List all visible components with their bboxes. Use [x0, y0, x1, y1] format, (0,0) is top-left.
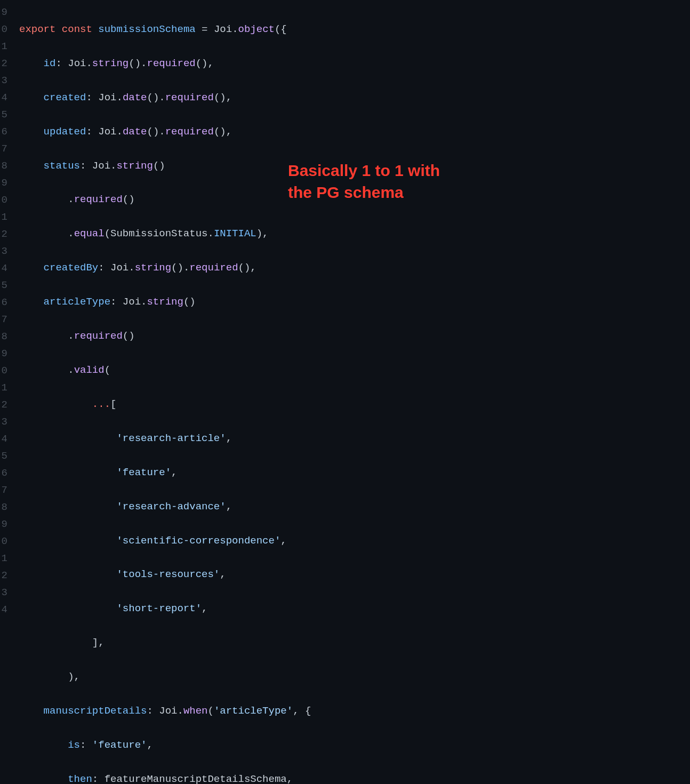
line-number: 9: [0, 346, 7, 363]
code-line[interactable]: ),: [19, 669, 493, 686]
code-line[interactable]: 'scientific-correspondence',: [19, 533, 493, 550]
line-number: 6: [0, 294, 7, 311]
line-number: 6: [0, 124, 7, 141]
code-line[interactable]: 'short-report',: [19, 601, 493, 618]
code-line[interactable]: then: featureManuscriptDetailsSchema,: [19, 771, 493, 784]
code-line[interactable]: .equal(SubmissionStatus.INITIAL),: [19, 226, 493, 243]
line-number: 3: [0, 243, 7, 260]
line-number: 8: [0, 158, 7, 175]
line-number: 5: [0, 107, 7, 124]
line-number: 9: [0, 175, 7, 192]
line-number: 7: [0, 482, 7, 499]
line-number: 2: [0, 567, 7, 585]
code-line[interactable]: articleType: Joi.string(): [19, 294, 493, 311]
code-editor[interactable]: 9 0 1 2 3 4 5 6 7 8 9 0 1 2 3 4 5 6 7 8 …: [0, 0, 690, 784]
line-number: 5: [0, 448, 7, 465]
code-line[interactable]: 'research-advance',: [19, 499, 493, 516]
line-number: 2: [0, 55, 7, 73]
line-number: 7: [0, 311, 7, 329]
line-number: 1: [0, 209, 7, 226]
code-line[interactable]: 'research-article',: [19, 430, 493, 447]
line-number: 9: [0, 516, 7, 533]
line-number-gutter: 9 0 1 2 3 4 5 6 7 8 9 0 1 2 3 4 5 6 7 8 …: [0, 4, 10, 784]
line-number: 6: [0, 465, 7, 482]
code-line[interactable]: 'tools-resources',: [19, 566, 493, 583]
code-line[interactable]: 'feature',: [19, 465, 493, 482]
line-number: 4: [0, 431, 7, 448]
line-number: 4: [0, 90, 7, 107]
annotation-text: Basically 1 to 1 with the PG schema: [288, 160, 440, 203]
line-number: 1: [0, 380, 7, 397]
line-number: 8: [0, 499, 7, 516]
line-number: 2: [0, 397, 7, 414]
line-number: 4: [0, 260, 7, 277]
line-number: 5: [0, 277, 7, 294]
line-number: 9: [0, 4, 7, 21]
code-line[interactable]: is: 'feature',: [19, 737, 493, 754]
line-number: 4: [0, 602, 7, 619]
line-number: 0: [0, 533, 7, 550]
code-line[interactable]: ],: [19, 635, 493, 652]
line-number: 8: [0, 329, 7, 346]
code-line[interactable]: .required(): [19, 328, 493, 345]
line-number: 1: [0, 550, 7, 567]
code-line[interactable]: createdBy: Joi.string().required(),: [19, 260, 493, 277]
line-number: 0: [0, 21, 7, 38]
code-line[interactable]: .valid(: [19, 362, 493, 379]
code-line[interactable]: updated: Joi.date().required(),: [19, 124, 493, 141]
line-number: 0: [0, 363, 7, 380]
line-number: 2: [0, 226, 7, 243]
line-number: 0: [0, 192, 7, 209]
line-number: 3: [0, 414, 7, 431]
code-line[interactable]: export const submissionSchema = Joi.obje…: [19, 21, 493, 38]
code-line[interactable]: created: Joi.date().required(),: [19, 90, 493, 107]
line-number: 3: [0, 585, 7, 602]
line-number: 1: [0, 38, 7, 55]
code-line[interactable]: id: Joi.string().required(),: [19, 55, 493, 73]
code-line[interactable]: ...[: [19, 396, 493, 413]
code-line[interactable]: manuscriptDetails: Joi.when('articleType…: [19, 703, 493, 720]
line-number: 7: [0, 141, 7, 158]
line-number: 3: [0, 73, 7, 90]
code-content[interactable]: export const submissionSchema = Joi.obje…: [10, 4, 493, 784]
